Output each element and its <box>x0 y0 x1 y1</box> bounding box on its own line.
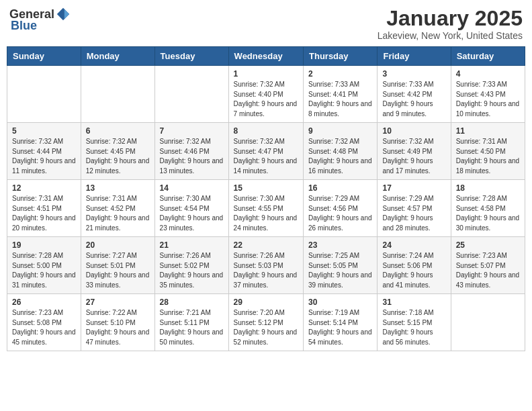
day-number: 22 <box>234 240 298 250</box>
calendar-cell: 31Sunrise: 7:18 AM Sunset: 5:15 PM Dayli… <box>378 294 451 351</box>
day-number: 17 <box>382 183 445 193</box>
calendar-week-2: 5Sunrise: 7:32 AM Sunset: 4:44 PM Daylig… <box>7 123 525 180</box>
day-number: 7 <box>160 126 224 136</box>
day-info: Sunrise: 7:23 AM Sunset: 5:08 PM Dayligh… <box>12 308 76 347</box>
logo-text-blue: Blue <box>11 19 37 33</box>
month-title: January 2025 <box>378 7 523 30</box>
day-number: 1 <box>234 69 298 79</box>
weekday-header-monday: Monday <box>81 47 154 66</box>
day-number: 24 <box>382 240 445 250</box>
day-info: Sunrise: 7:32 AM Sunset: 4:49 PM Dayligh… <box>382 137 445 176</box>
day-info: Sunrise: 7:29 AM Sunset: 4:56 PM Dayligh… <box>308 194 372 233</box>
calendar-cell: 10Sunrise: 7:32 AM Sunset: 4:49 PM Dayli… <box>378 123 451 180</box>
day-number: 31 <box>382 298 445 307</box>
day-number: 5 <box>12 126 76 136</box>
calendar-cell: 19Sunrise: 7:28 AM Sunset: 5:00 PM Dayli… <box>7 237 81 294</box>
day-info: Sunrise: 7:28 AM Sunset: 4:58 PM Dayligh… <box>456 194 520 233</box>
day-info: Sunrise: 7:32 AM Sunset: 4:45 PM Dayligh… <box>86 137 150 176</box>
calendar-cell: 15Sunrise: 7:30 AM Sunset: 4:55 PM Dayli… <box>228 180 303 237</box>
calendar-cell: 4Sunrise: 7:33 AM Sunset: 4:43 PM Daylig… <box>451 66 525 123</box>
weekday-header-sunday: Sunday <box>7 47 81 66</box>
svg-marker-1 <box>64 9 69 19</box>
day-number: 2 <box>308 69 372 79</box>
calendar-cell: 17Sunrise: 7:29 AM Sunset: 4:57 PM Dayli… <box>378 180 451 237</box>
day-info: Sunrise: 7:26 AM Sunset: 5:03 PM Dayligh… <box>234 251 298 290</box>
calendar-cell: 13Sunrise: 7:31 AM Sunset: 4:52 PM Dayli… <box>81 180 154 237</box>
day-number: 29 <box>234 298 298 307</box>
calendar-cell: 25Sunrise: 7:23 AM Sunset: 5:07 PM Dayli… <box>451 237 525 294</box>
day-info: Sunrise: 7:32 AM Sunset: 4:47 PM Dayligh… <box>234 137 298 176</box>
day-number: 15 <box>234 183 298 193</box>
day-info: Sunrise: 7:32 AM Sunset: 4:48 PM Dayligh… <box>308 137 372 176</box>
day-info: Sunrise: 7:32 AM Sunset: 4:40 PM Dayligh… <box>234 80 298 119</box>
calendar-cell: 12Sunrise: 7:31 AM Sunset: 4:51 PM Dayli… <box>7 180 81 237</box>
day-info: Sunrise: 7:31 AM Sunset: 4:51 PM Dayligh… <box>12 194 76 233</box>
day-info: Sunrise: 7:20 AM Sunset: 5:12 PM Dayligh… <box>234 308 298 347</box>
calendar-week-5: 26Sunrise: 7:23 AM Sunset: 5:08 PM Dayli… <box>7 294 525 351</box>
calendar-cell: 29Sunrise: 7:20 AM Sunset: 5:12 PM Dayli… <box>228 294 303 351</box>
logo: General Blue <box>9 7 71 33</box>
day-info: Sunrise: 7:18 AM Sunset: 5:15 PM Dayligh… <box>382 308 445 347</box>
calendar-week-1: 1Sunrise: 7:32 AM Sunset: 4:40 PM Daylig… <box>7 66 525 123</box>
day-number: 12 <box>12 183 76 193</box>
calendar-cell: 30Sunrise: 7:19 AM Sunset: 5:14 PM Dayli… <box>304 294 378 351</box>
page-header: General Blue January 2025 Lakeview, New … <box>7 7 525 41</box>
day-number: 6 <box>86 126 150 136</box>
day-number: 13 <box>86 183 150 193</box>
calendar-cell: 22Sunrise: 7:26 AM Sunset: 5:03 PM Dayli… <box>228 237 303 294</box>
calendar-cell: 6Sunrise: 7:32 AM Sunset: 4:45 PM Daylig… <box>81 123 154 180</box>
day-number: 27 <box>86 298 150 307</box>
calendar-cell <box>154 66 228 123</box>
day-info: Sunrise: 7:29 AM Sunset: 4:57 PM Dayligh… <box>382 194 445 233</box>
location: Lakeview, New York, United States <box>378 30 523 41</box>
calendar-cell <box>451 294 525 351</box>
calendar-cell: 2Sunrise: 7:33 AM Sunset: 4:41 PM Daylig… <box>304 66 378 123</box>
calendar-cell <box>7 66 81 123</box>
day-info: Sunrise: 7:22 AM Sunset: 5:10 PM Dayligh… <box>86 308 150 347</box>
day-number: 11 <box>456 126 520 136</box>
calendar-cell: 23Sunrise: 7:25 AM Sunset: 5:05 PM Dayli… <box>304 237 378 294</box>
calendar-cell: 5Sunrise: 7:32 AM Sunset: 4:44 PM Daylig… <box>7 123 81 180</box>
day-info: Sunrise: 7:30 AM Sunset: 4:54 PM Dayligh… <box>160 194 224 233</box>
weekday-header-row: SundayMondayTuesdayWednesdayThursdayFrid… <box>7 47 525 66</box>
calendar-cell: 7Sunrise: 7:32 AM Sunset: 4:46 PM Daylig… <box>154 123 228 180</box>
weekday-header-saturday: Saturday <box>451 47 525 66</box>
day-info: Sunrise: 7:33 AM Sunset: 4:42 PM Dayligh… <box>382 80 445 119</box>
calendar-cell: 27Sunrise: 7:22 AM Sunset: 5:10 PM Dayli… <box>81 294 154 351</box>
day-info: Sunrise: 7:24 AM Sunset: 5:06 PM Dayligh… <box>382 251 445 290</box>
day-number: 3 <box>382 69 445 79</box>
day-info: Sunrise: 7:28 AM Sunset: 5:00 PM Dayligh… <box>12 251 76 290</box>
day-number: 25 <box>456 240 520 250</box>
calendar-cell: 28Sunrise: 7:21 AM Sunset: 5:11 PM Dayli… <box>154 294 228 351</box>
calendar-cell: 20Sunrise: 7:27 AM Sunset: 5:01 PM Dayli… <box>81 237 154 294</box>
calendar-cell <box>81 66 154 123</box>
calendar-cell: 9Sunrise: 7:32 AM Sunset: 4:48 PM Daylig… <box>304 123 378 180</box>
day-info: Sunrise: 7:25 AM Sunset: 5:05 PM Dayligh… <box>308 251 372 290</box>
day-number: 4 <box>456 69 520 79</box>
weekday-header-thursday: Thursday <box>304 47 378 66</box>
day-number: 18 <box>456 183 520 193</box>
day-info: Sunrise: 7:26 AM Sunset: 5:02 PM Dayligh… <box>160 251 224 290</box>
calendar-table: SundayMondayTuesdayWednesdayThursdayFrid… <box>7 46 525 351</box>
calendar-cell: 18Sunrise: 7:28 AM Sunset: 4:58 PM Dayli… <box>451 180 525 237</box>
day-number: 9 <box>308 126 372 136</box>
day-info: Sunrise: 7:21 AM Sunset: 5:11 PM Dayligh… <box>160 308 224 347</box>
day-info: Sunrise: 7:30 AM Sunset: 4:55 PM Dayligh… <box>234 194 298 233</box>
day-number: 30 <box>308 298 372 307</box>
calendar-cell: 16Sunrise: 7:29 AM Sunset: 4:56 PM Dayli… <box>304 180 378 237</box>
calendar-cell: 26Sunrise: 7:23 AM Sunset: 5:08 PM Dayli… <box>7 294 81 351</box>
calendar-cell: 11Sunrise: 7:31 AM Sunset: 4:50 PM Dayli… <box>451 123 525 180</box>
weekday-header-wednesday: Wednesday <box>228 47 303 66</box>
day-number: 23 <box>308 240 372 250</box>
day-info: Sunrise: 7:23 AM Sunset: 5:07 PM Dayligh… <box>456 251 520 290</box>
day-number: 16 <box>308 183 372 193</box>
calendar-cell: 21Sunrise: 7:26 AM Sunset: 5:02 PM Dayli… <box>154 237 228 294</box>
weekday-header-friday: Friday <box>378 47 451 66</box>
calendar-cell: 3Sunrise: 7:33 AM Sunset: 4:42 PM Daylig… <box>378 66 451 123</box>
day-number: 14 <box>160 183 224 193</box>
day-info: Sunrise: 7:31 AM Sunset: 4:50 PM Dayligh… <box>456 137 520 176</box>
day-number: 26 <box>12 298 76 307</box>
day-info: Sunrise: 7:19 AM Sunset: 5:14 PM Dayligh… <box>308 308 372 347</box>
day-number: 19 <box>12 240 76 250</box>
day-number: 20 <box>86 240 150 250</box>
